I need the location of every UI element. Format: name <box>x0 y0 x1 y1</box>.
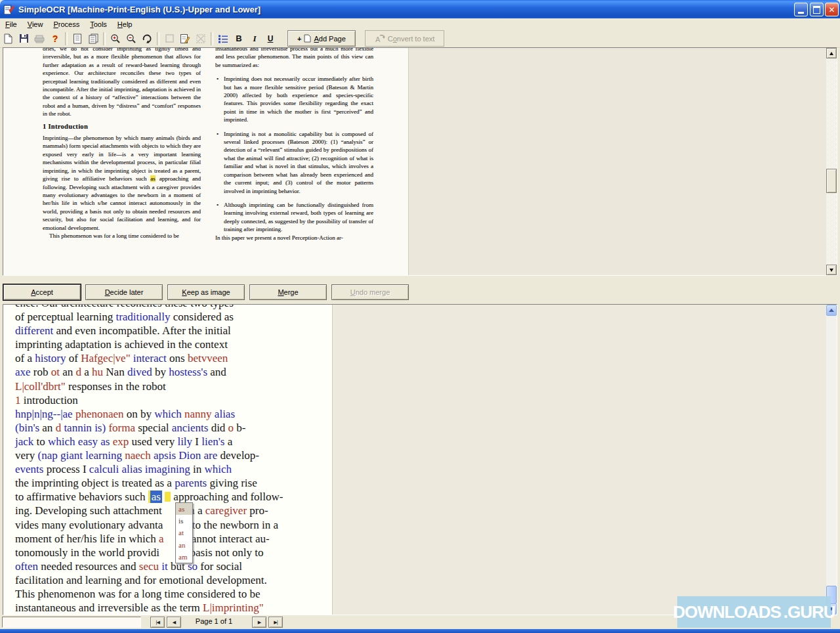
menu-item-tools[interactable]: Tools <box>85 20 112 29</box>
accept-button[interactable]: Accept <box>3 284 81 300</box>
ocr-word[interactable]: an <box>62 366 73 378</box>
low-confidence-word[interactable]: hostess's <box>169 366 207 378</box>
scanned-document-page[interactable]: ories, we do not consider imprinting as … <box>3 48 409 275</box>
very-low-confidence-word[interactable]: a <box>159 533 164 545</box>
rotate-icon-button[interactable] <box>139 32 155 46</box>
low-confidence-word[interactable]: often <box>15 560 38 573</box>
very-low-confidence-word[interactable]: naech <box>125 449 151 462</box>
ocr-word[interactable]: instantaneous and irreversible as the te… <box>15 601 200 614</box>
ocr-word[interactable]: rob <box>33 366 49 378</box>
ocr-word[interactable]: approaching and follow- <box>173 491 283 503</box>
ocr-word[interactable]: introduction <box>24 394 78 406</box>
low-confidence-word[interactable]: history <box>35 352 66 364</box>
suggestion-item-as[interactable]: as <box>176 503 192 515</box>
restore-button[interactable] <box>810 3 824 16</box>
save-icon-button[interactable] <box>16 32 32 46</box>
crop-icon-button[interactable] <box>193 32 209 46</box>
ocr-word[interactable]: to <box>37 435 45 448</box>
ocr-word[interactable]: process <box>47 463 80 475</box>
first-page-button[interactable]: |◀ <box>150 617 165 628</box>
low-confidence-word[interactable]: alias <box>121 463 142 475</box>
very-low-confidence-word[interactable]: hu <box>92 366 103 378</box>
scan-vertical-scrollbar[interactable] <box>826 48 837 275</box>
low-confidence-word[interactable]: are <box>204 449 218 462</box>
merge-button[interactable]: Merge <box>249 284 327 300</box>
menu-item-file[interactable]: File <box>0 20 22 29</box>
ocr-word[interactable]: of perceptual learning <box>15 311 113 323</box>
low-confidence-word[interactable]: which <box>154 408 182 420</box>
ocr-word[interactable]: a <box>228 435 233 448</box>
very-low-confidence-word[interactable]: o <box>228 422 234 434</box>
low-confidence-word[interactable]: parents <box>175 477 207 489</box>
scrollbar-track[interactable] <box>826 58 837 265</box>
ocr-word[interactable]: Nan <box>106 366 124 378</box>
low-confidence-word[interactable]: dived <box>127 366 152 378</box>
menu-item-help[interactable]: Help <box>112 20 138 29</box>
very-low-confidence-word[interactable]: betvveen <box>188 352 228 364</box>
low-confidence-word[interactable]: calculi <box>89 463 119 475</box>
low-confidence-word[interactable]: different <box>15 324 53 337</box>
suggestion-item-am[interactable]: am <box>176 551 192 563</box>
ocr-word[interactable]: on by <box>127 408 152 420</box>
very-low-confidence-word[interactable]: L|coll'dbrt" <box>15 380 66 393</box>
ocr-word[interactable]: I <box>195 435 199 448</box>
ocr-text-panel[interactable]: ence. Our architecture reconciles these … <box>3 304 837 615</box>
low-confidence-word[interactable]: jack <box>15 435 33 448</box>
ocr-word[interactable]: facilitation and learning and for emotio… <box>15 574 267 586</box>
low-confidence-word[interactable]: Dion <box>178 449 201 462</box>
very-low-confidence-word[interactable]: d <box>76 366 82 378</box>
ocr-word[interactable]: cannot interact au- <box>186 533 270 545</box>
new-document-icon-button[interactable] <box>0 32 16 46</box>
ocr-word[interactable]: used very <box>132 435 175 448</box>
decide-later-button[interactable]: Decide later <box>85 284 163 300</box>
low-confidence-word[interactable]: is) <box>94 422 106 434</box>
ocr-word[interactable]: did <box>211 422 226 434</box>
very-low-confidence-word[interactable]: L|imprinting" <box>203 601 264 614</box>
ocr-word[interactable]: pro- <box>249 504 268 517</box>
low-confidence-word[interactable]: it <box>161 560 167 573</box>
ocr-word[interactable]: ence. Our architecture reconciles these … <box>15 305 234 309</box>
previous-page-button[interactable]: ◀ <box>167 617 181 628</box>
low-confidence-word[interactable]: apsis <box>154 449 176 462</box>
scroll-up-button[interactable] <box>826 305 837 316</box>
help-icon-button[interactable]: ? <box>47 32 63 46</box>
low-confidence-word[interactable]: giant <box>60 449 83 462</box>
low-confidence-word[interactable]: hnp|n|ng--|ae <box>15 408 73 420</box>
selected-word[interactable]: as <box>148 491 162 503</box>
low-confidence-word[interactable]: alias <box>215 408 235 420</box>
ocr-word[interactable]: basis not only to <box>190 546 264 559</box>
ocr-word[interactable]: and even incompatible. After the initial <box>56 324 230 337</box>
ocr-word[interactable]: of a <box>15 352 32 364</box>
ocr-word[interactable]: in <box>193 463 201 475</box>
ocr-word[interactable]: and <box>210 366 226 378</box>
very-low-confidence-word[interactable]: 1 <box>15 394 21 406</box>
scroll-down-button[interactable] <box>826 265 837 275</box>
ocr-word[interactable]: to the newborn in a <box>192 519 278 531</box>
ocr-text-area[interactable]: ence. Our architecture reconciles these … <box>3 305 333 615</box>
add-page-button[interactable]: +Add Page <box>287 30 356 47</box>
low-confidence-word[interactable]: lily <box>177 435 192 448</box>
very-low-confidence-word[interactable]: exp <box>113 435 129 448</box>
view-page-icon-button[interactable] <box>70 32 85 46</box>
menu-item-process[interactable]: Process <box>48 20 85 29</box>
menu-item-view[interactable]: View <box>22 20 49 29</box>
ocr-word[interactable]: an <box>42 422 52 434</box>
ocr-word[interactable]: considered as <box>173 311 234 323</box>
suggestion-item-an[interactable]: an <box>176 539 192 551</box>
edit-page-icon-button[interactable] <box>177 32 193 46</box>
very-low-confidence-word[interactable]: phenonaen <box>75 408 124 420</box>
ocr-word[interactable]: needed resources and <box>41 560 136 573</box>
word-suggestion-dropdown[interactable]: asisatanam <box>175 502 193 563</box>
ocr-word[interactable]: I <box>83 463 87 475</box>
ocr-word[interactable]: very <box>15 449 35 462</box>
very-low-confidence-word[interactable]: secu <box>139 560 159 573</box>
very-low-confidence-word[interactable]: d <box>56 422 62 434</box>
low-confidence-word[interactable]: (bin's <box>15 422 39 434</box>
ocr-word[interactable]: b- <box>236 422 245 434</box>
ocr-word[interactable]: responses in the robot <box>68 380 166 393</box>
low-confidence-word[interactable]: as <box>100 435 110 448</box>
ocr-options-icon-button[interactable] <box>215 32 231 46</box>
low-confidence-word[interactable]: axe <box>15 366 31 378</box>
text-vertical-scrollbar[interactable] <box>826 305 837 615</box>
ocr-word[interactable]: to affirmative behaviors such <box>15 491 145 503</box>
